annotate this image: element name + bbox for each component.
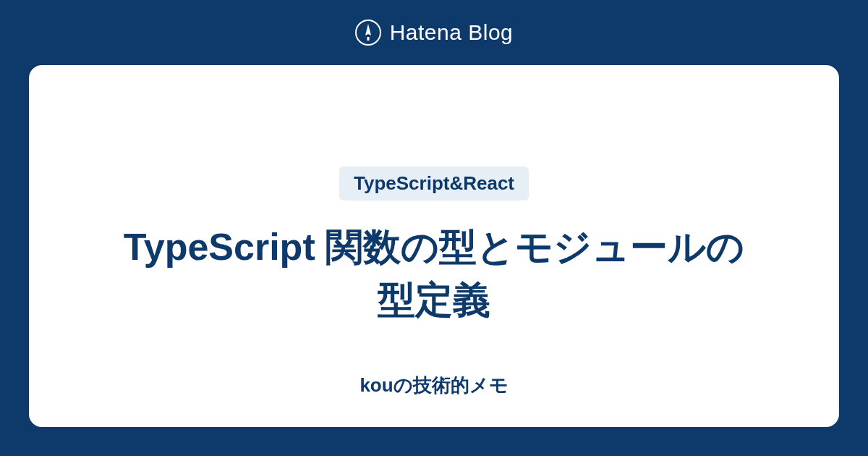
category-chip: TypeScript&React <box>339 166 529 200</box>
svg-rect-1 <box>367 37 369 41</box>
article-title: TypeScript 関数の型とモジュールの型定義 <box>109 221 760 326</box>
brand-header: Hatena Blog <box>0 0 868 65</box>
brand-name: Hatena Blog <box>390 20 514 45</box>
article-card: TypeScript&React TypeScript 関数の型とモジュールの型… <box>29 65 839 427</box>
pen-icon <box>355 20 381 46</box>
blog-name: kouの技術的メモ <box>359 373 508 398</box>
